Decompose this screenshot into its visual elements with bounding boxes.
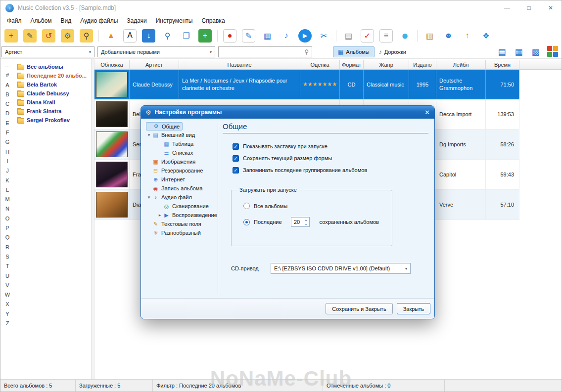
column-header[interactable]: Название — [179, 60, 300, 69]
close-button[interactable]: ✕ — [540, 0, 562, 15]
column-header[interactable]: Лейбл — [436, 60, 486, 69]
settings-tree-item[interactable]: ▾♪Аудио файл — [146, 193, 194, 202]
tracks-toggle-button[interactable]: ♪ Дорожки — [375, 46, 411, 57]
spin-down-icon[interactable]: ▾ — [303, 222, 309, 226]
column-header[interactable]: Издано — [409, 60, 436, 69]
column-header[interactable]: Артист — [130, 60, 179, 69]
edit-cell-icon[interactable]: ✎ — [242, 29, 255, 43]
import-icon[interactable]: ↓ — [142, 29, 155, 43]
tree-item[interactable]: Последние 20 альбо... — [14, 71, 91, 80]
alphabet-item[interactable]: O — [0, 214, 14, 223]
alphabet-item[interactable]: D — [0, 109, 14, 118]
alphabet-item[interactable]: A — [0, 81, 14, 90]
alphabet-item[interactable]: T — [0, 261, 14, 271]
spin-up-icon[interactable]: ▴ — [303, 218, 309, 222]
view-grid-icon[interactable]: ▩ — [529, 46, 542, 58]
checkbox-checked-icon[interactable]: ✓ — [233, 143, 239, 150]
save-and-close-button[interactable]: Сохранить и Закрыть — [326, 303, 392, 314]
add-album-icon[interactable]: + — [4, 29, 18, 43]
minimize-button[interactable]: — — [496, 0, 518, 15]
checkbox-checked-icon[interactable]: ✓ — [233, 167, 239, 174]
menu-item[interactable]: Вид — [56, 17, 76, 24]
column-header[interactable]: Формат — [340, 60, 364, 69]
tree-item[interactable]: Diana Krall — [14, 98, 91, 107]
tree-item[interactable]: Frank Sinatra — [14, 107, 91, 116]
settings-tree-item[interactable]: ◎Сканирование — [157, 202, 211, 211]
tree-item[interactable]: Sergei Prokofiev — [14, 116, 91, 125]
radio-row-all-albums[interactable]: Все альбомы — [243, 203, 387, 209]
search-audio-icon[interactable]: ♪ — [280, 29, 293, 43]
expand-arrow-icon[interactable]: ▾ — [146, 195, 152, 200]
menu-item[interactable]: Инструменты — [151, 17, 197, 24]
albums-toggle-button[interactable]: ▦ Альбомы — [333, 46, 375, 57]
settings-tree-item[interactable]: ⊟Резервирование — [146, 166, 205, 175]
find-album-icon[interactable]: ⚲ — [80, 29, 93, 43]
alphabet-item[interactable]: J — [0, 166, 14, 175]
cd-drive-dropdown[interactable]: E:\ [EZBSYS ISO CDVD DRIVE v1.00] (Defau… — [271, 263, 411, 274]
settings-tree-item[interactable]: ▣Изображения — [146, 157, 198, 166]
settings-tree-item[interactable]: ☰Списках — [157, 148, 195, 157]
text-tool-icon[interactable]: A — [123, 29, 137, 43]
alphabet-item[interactable]: P — [0, 223, 14, 233]
view-table-icon[interactable]: ▦ — [513, 46, 525, 58]
alphabet-item[interactable]: L — [0, 185, 14, 195]
crossfade-icon[interactable]: ✂ — [317, 29, 330, 43]
column-header[interactable]: Обложка — [94, 60, 130, 69]
alphabet-item[interactable]: B — [0, 90, 14, 99]
alphabet-item[interactable]: F — [0, 128, 14, 137]
close-dialog-button[interactable]: Закрыть — [397, 303, 430, 314]
menu-item[interactable]: Аудио файлы — [76, 17, 122, 24]
archive-icon[interactable]: ▥ — [423, 29, 436, 43]
menu-item[interactable]: Альбом — [26, 17, 56, 24]
checkbox-row-form-size[interactable]: ✓ Сохранять текущий размер формы — [233, 154, 428, 162]
album-settings-icon[interactable]: ⚙ — [61, 29, 74, 43]
alphabet-item[interactable]: M — [0, 195, 14, 204]
alphabet-item[interactable]: E — [0, 119, 14, 128]
alphabet-item[interactable]: U — [0, 271, 14, 281]
checkbox-checked-icon[interactable]: ✓ — [233, 155, 239, 162]
settings-tree-item[interactable]: ▦Таблица — [157, 139, 196, 148]
group-field-dropdown[interactable]: Артист ▾ — [1, 46, 94, 57]
alphabet-item[interactable]: K — [0, 176, 14, 185]
alphabet-item[interactable]: R — [0, 243, 14, 252]
radio-row-recent[interactable]: Последние 20 ▴ ▾ сохраненных альбомов — [243, 217, 387, 227]
print-icon[interactable]: ▤ — [342, 29, 355, 43]
search-table-icon[interactable]: ▦ — [261, 29, 274, 43]
expand-arrow-icon[interactable]: ▸ — [157, 213, 163, 218]
radio-unchecked-icon[interactable] — [243, 203, 250, 209]
alphabet-item[interactable]: G — [0, 137, 14, 147]
disc-icon[interactable]: ● — [398, 29, 412, 43]
exit-icon[interactable]: ❖ — [479, 29, 493, 43]
alphabet-item[interactable]: S — [0, 252, 14, 261]
checkbox-row-splash[interactable]: ✓ Показывать заставку при запуске — [233, 142, 428, 150]
alphabet-item[interactable]: V — [0, 281, 14, 290]
alphabet-item[interactable]: H — [0, 147, 14, 157]
reload-album-icon[interactable]: ↺ — [42, 29, 55, 43]
add-row-icon[interactable]: + — [198, 29, 212, 43]
settings-tree-item[interactable]: ▸▶Воспроизведение — [157, 211, 220, 219]
view-tiles-icon[interactable] — [546, 46, 559, 58]
alphabet-item[interactable]: Y — [0, 309, 14, 319]
alphabet-item[interactable]: ··· — [0, 61, 14, 71]
alphabet-item[interactable]: Z — [0, 319, 14, 328]
menu-item[interactable]: Файл — [2, 17, 26, 24]
play-icon[interactable]: ▶ — [298, 29, 312, 43]
settings-tree-item[interactable]: ⊕Интернет — [146, 175, 187, 184]
tree-scrollbar[interactable] — [91, 59, 94, 379]
record-icon[interactable]: ● — [223, 29, 236, 43]
settings-tree-item[interactable]: ✎Текстовые поля — [146, 219, 204, 228]
upload-icon[interactable]: ↑ — [461, 29, 474, 43]
edit-album-icon[interactable]: ✎ — [23, 29, 37, 43]
menu-item[interactable]: Справка — [197, 17, 229, 24]
settings-tree-item[interactable]: ⚙Общие — [146, 122, 183, 131]
menu-item[interactable]: Задачи — [122, 17, 151, 24]
alphabet-item[interactable]: Q — [0, 233, 14, 242]
alphabet-item[interactable]: C — [0, 99, 14, 109]
eject-icon[interactable]: ▲ — [104, 29, 118, 43]
settings-tree-item[interactable]: ▾▤Внешний вид — [146, 131, 197, 139]
dialog-close-button[interactable]: ✕ — [424, 109, 430, 116]
column-header[interactable]: Время — [486, 60, 519, 69]
tree-item[interactable]: Claude Debussy — [14, 89, 91, 98]
search-input[interactable] — [219, 49, 304, 55]
alphabet-item[interactable]: N — [0, 204, 14, 214]
